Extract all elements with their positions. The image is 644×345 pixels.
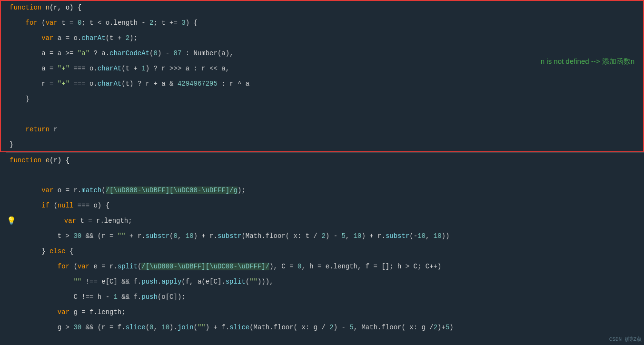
line-content: } <box>10 137 644 152</box>
code-line-3: var a = o.charAt(t + 2); <box>6 30 644 46</box>
line-content: t > 30 && (r = "" + r.substr(0, 10) + r.… <box>10 228 644 244</box>
line-content: function n(r, o) { <box>10 0 644 15</box>
line-content: for (var t = 0; t < o.length - 2; t += 3… <box>10 15 644 30</box>
watermark: CSDN @博Z点 <box>609 335 642 343</box>
line-content: a = a >= "a" ? a.charCodeAt(0) - 87 : Nu… <box>10 46 644 61</box>
code-line-4: a = a >= "a" ? a.charCodeAt(0) - 87 : Nu… <box>6 46 644 61</box>
code-line-17: } else { <box>6 244 644 259</box>
code-line-22: g > 30 && (r = f.slice(0, 10).join("") +… <box>6 320 644 335</box>
code-line-9: return r <box>6 122 644 137</box>
line-content: for (var e = r.split(/[\uD800-\uDBFF][\u… <box>10 259 644 274</box>
editor-container: n is not defined --> 添加函数n function n(r,… <box>0 0 644 345</box>
bulb-icon[interactable]: 💡 <box>7 216 16 226</box>
line-content: var a = o.charAt(t + 2); <box>10 30 644 46</box>
line-content: if (null === o) { <box>10 198 644 213</box>
line-content: a = "+" === o.charAt(t + 1) ? r >>> a : … <box>10 61 644 76</box>
line-content: g > 30 && (r = f.slice(0, 10).join("") +… <box>10 320 644 335</box>
code-line-19: "" !== e[C] && f.push.apply(f, a(e[C].sp… <box>6 274 644 289</box>
line-content: C !== h - 1 && f.push(o[C]); <box>10 289 644 305</box>
code-line-6: r = "+" === o.charAt(t) ? r + a & 429496… <box>6 76 644 91</box>
code-line-16: t > 30 && (r = "" + r.substr(0, 10) + r.… <box>6 228 644 244</box>
code-line-13: var o = r.match(/[\uD800-\uDBFF][\uDC00-… <box>6 183 644 198</box>
line-content: "" !== e[C] && f.push.apply(f, a(e[C].sp… <box>10 274 644 289</box>
line-content: return r <box>10 122 644 137</box>
code-line-11: function e(r) { <box>6 152 644 168</box>
line-content: r = "+" === o.charAt(t) ? r + a & 429496… <box>10 76 644 91</box>
line-content: } <box>10 91 644 107</box>
code-line-21: var g = f.length; <box>6 305 644 320</box>
code-line-12 <box>6 168 644 183</box>
code-line-1: function n(r, o) { <box>6 0 644 15</box>
code-line-8 <box>6 107 644 122</box>
code-line-5: a = "+" === o.charAt(t + 1) ? r >>> a : … <box>6 61 644 76</box>
code-line-7: } <box>6 91 644 107</box>
code-line-2: for (var t = 0; t < o.length - 2; t += 3… <box>6 15 644 30</box>
code-area: n is not defined --> 添加函数n function n(r,… <box>0 0 644 345</box>
line-content: } else { <box>10 244 644 259</box>
code-line-14: if (null === o) { <box>6 198 644 213</box>
code-line-18: for (var e = r.split(/[\uD800-\uDBFF][\u… <box>6 259 644 274</box>
line-content: var o = r.match(/[\uD800-\uDBFF][\uDC00-… <box>10 183 644 198</box>
line-content: var t = r.length; <box>16 213 644 228</box>
code-line-10: } <box>6 137 644 152</box>
code-line-15: 💡 var t = r.length; <box>6 213 644 228</box>
code-lines: function n(r, o) { for (var t = 0; t < o… <box>6 0 644 335</box>
line-content: function e(r) { <box>10 153 644 168</box>
code-line-20: C !== h - 1 && f.push(o[C]); <box>6 289 644 305</box>
line-content: var g = f.length; <box>10 305 644 320</box>
